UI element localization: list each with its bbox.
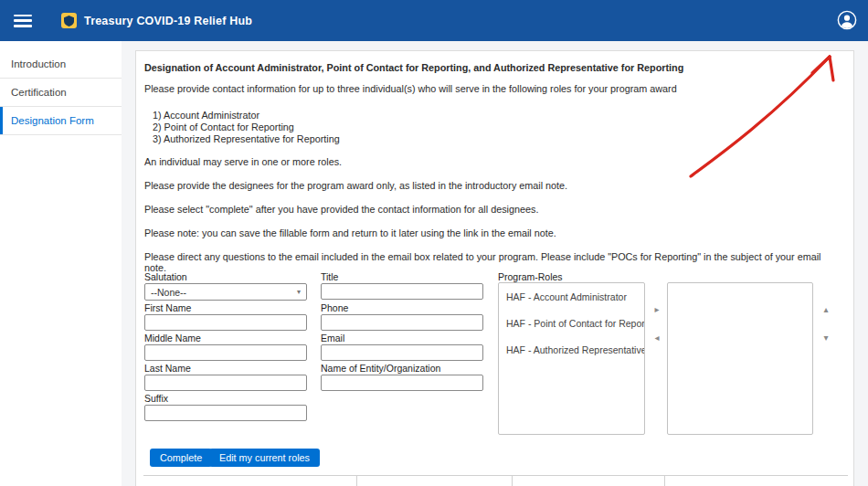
first-name-label: First Name [144,302,191,313]
table-cell [143,476,357,486]
role-list-item-1: 1) Account Administrator [153,110,259,121]
sidebar-nav: Introduction Certification Designation F… [0,41,122,486]
last-name-input[interactable] [144,375,307,391]
entity-name-label: Name of Entity/Organization [321,363,440,374]
role-list-item-3: 3) Authorized Representative for Reporti… [153,133,340,144]
user-avatar-icon[interactable] [837,10,857,30]
note-paragraph-1: An individual may serve in one or more r… [144,156,839,167]
move-up-icon[interactable]: ▴ [820,305,832,314]
table-cell [513,476,665,486]
move-right-icon[interactable]: ▸ [651,305,663,314]
table-cell [357,476,513,486]
sidebar-item-certification[interactable]: Certification [0,79,122,107]
complete-button[interactable]: Complete [150,449,212,467]
intro-text: Please provide contact information for u… [144,83,839,94]
sidebar-item-designation-form[interactable]: Designation Form [0,107,122,135]
note-paragraph-3: Please select "complete" after you have … [144,204,839,215]
move-left-icon[interactable]: ◂ [651,333,663,343]
program-role-option-3[interactable]: HAF - Authorized Representative fo... [499,333,644,359]
title-label: Title [321,271,338,282]
last-name-label: Last Name [144,363,191,374]
title-input[interactable] [321,283,483,300]
edit-current-roles-button[interactable]: Edit my current roles [209,449,320,467]
table-cell [665,476,848,486]
hamburger-menu-icon[interactable] [14,15,32,27]
email-input[interactable] [321,344,483,361]
middle-name-label: Middle Name [144,333,201,343]
email-label: Email [321,333,344,343]
sidebar-item-introduction[interactable]: Introduction [0,50,122,79]
brand: Treasury COVID-19 Relief Hub [61,13,252,28]
suffix-label: Suffix [144,393,168,404]
program-roles-available-listbox[interactable]: HAF - Account Administrator HAF - Point … [498,282,645,435]
designation-form-panel: Designation of Account Administrator, Po… [135,50,854,486]
form-heading: Designation of Account Administrator, Po… [144,62,839,73]
program-roles-selected-listbox[interactable] [667,282,813,435]
phone-label: Phone [321,302,348,313]
phone-input[interactable] [321,314,483,331]
first-name-input[interactable] [144,314,307,331]
program-role-option-1[interactable]: HAF - Account Administrator [499,283,644,306]
roles-table-cutoff [143,475,848,486]
move-down-icon[interactable]: ▾ [820,333,832,343]
program-role-option-2[interactable]: HAF - Point of Contact for Reporting [499,306,644,333]
entity-name-input[interactable] [321,375,483,391]
note-paragraph-2: Please provide the designees for the pro… [144,180,839,191]
note-paragraph-4: Please note: you can save the fillable f… [144,227,839,238]
salutation-selected-value: --None-- [151,287,186,298]
note-paragraph-5: Please direct any questions to the email… [144,251,839,273]
program-roles-label: Program-Roles [498,271,563,282]
treasury-logo-icon [61,13,77,28]
middle-name-input[interactable] [144,344,307,361]
suffix-input[interactable] [144,405,307,421]
app-title: Treasury COVID-19 Relief Hub [84,15,252,27]
top-navbar: Treasury COVID-19 Relief Hub [0,0,868,41]
salutation-label: Salutation [144,271,187,282]
role-list-item-2: 2) Point of Contact for Reporting [153,122,294,132]
salutation-select[interactable]: --None-- ▾ [144,283,307,301]
chevron-down-icon: ▾ [297,288,301,296]
